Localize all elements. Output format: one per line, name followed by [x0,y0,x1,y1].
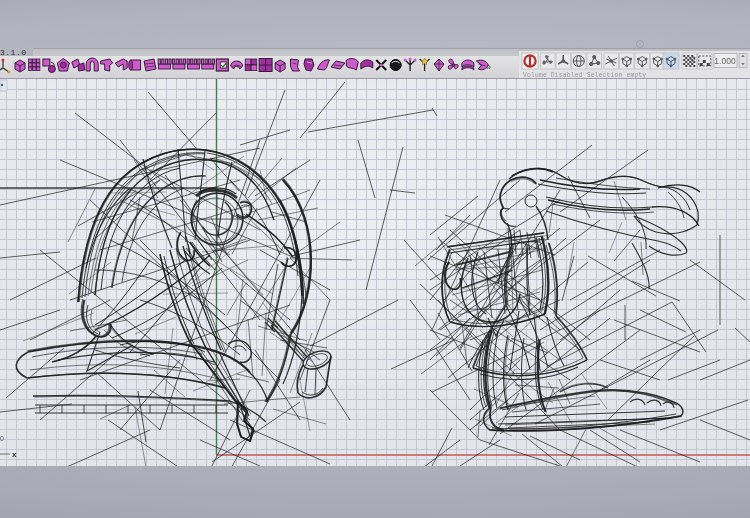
svg-text:1.000: 1.000 [714,56,736,66]
svg-text:0: 0 [0,435,4,442]
svg-text:Volume Disabled Selection emp: Volume Disabled Selection empty [523,72,646,79]
svg-text:»: » [486,62,491,72]
svg-text:x: x [12,450,17,459]
